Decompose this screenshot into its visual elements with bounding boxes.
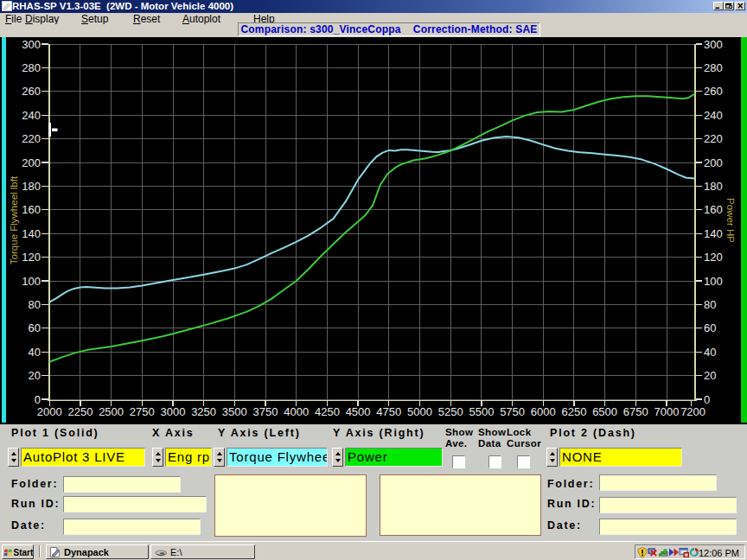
svg-text:160: 160 [22, 203, 41, 216]
svg-text:4750: 4750 [376, 405, 401, 418]
svg-text:5500: 5500 [469, 405, 494, 418]
svg-text:220: 220 [704, 132, 723, 145]
svg-text:280: 280 [704, 61, 723, 74]
svg-text:3250: 3250 [191, 405, 216, 418]
svg-text:20: 20 [704, 369, 716, 382]
svg-text:6750: 6750 [623, 405, 648, 418]
svg-text:200: 200 [22, 156, 41, 169]
svg-text:60: 60 [29, 321, 41, 334]
svg-text:5750: 5750 [500, 405, 525, 418]
svg-text:200: 200 [704, 156, 723, 169]
svg-text:100: 100 [704, 275, 723, 288]
svg-text:100: 100 [22, 275, 41, 288]
svg-text:240: 240 [704, 109, 723, 122]
svg-text:280: 280 [22, 61, 41, 74]
svg-text:220: 220 [22, 132, 41, 145]
svg-text:240: 240 [22, 109, 41, 122]
svg-text:0: 0 [35, 393, 41, 406]
svg-text:7000: 7000 [654, 405, 680, 418]
svg-text:2000: 2000 [37, 405, 62, 418]
svg-text:0: 0 [704, 393, 710, 406]
svg-text:20: 20 [29, 369, 41, 382]
svg-text:80: 80 [29, 298, 41, 311]
svg-text:180: 180 [704, 180, 723, 193]
svg-text:Power HP: Power HP [725, 198, 736, 243]
svg-text:3500: 3500 [222, 405, 247, 418]
svg-text:6250: 6250 [561, 405, 586, 418]
svg-text:2750: 2750 [130, 405, 155, 418]
svg-text:7200: 7200 [680, 405, 706, 418]
svg-text:Torque Flywheel lbft: Torque Flywheel lbft [9, 175, 19, 264]
svg-text:260: 260 [22, 85, 41, 98]
svg-text:60: 60 [704, 321, 716, 334]
svg-text:300: 300 [704, 38, 723, 51]
svg-text:140: 140 [704, 227, 723, 240]
svg-text:40: 40 [29, 346, 41, 359]
svg-text:140: 140 [22, 227, 41, 240]
svg-text:260: 260 [704, 85, 723, 98]
svg-text:4250: 4250 [315, 405, 340, 418]
svg-text:160: 160 [704, 203, 723, 216]
svg-text:120: 120 [704, 251, 723, 264]
svg-text:120: 120 [22, 251, 41, 264]
svg-text:5250: 5250 [438, 405, 463, 418]
svg-text:2500: 2500 [99, 405, 124, 418]
svg-text:2250: 2250 [67, 405, 93, 418]
svg-text:3750: 3750 [253, 405, 278, 418]
svg-text:300: 300 [22, 38, 41, 51]
svg-text:4500: 4500 [346, 405, 371, 418]
svg-text:40: 40 [704, 346, 716, 359]
svg-text:180: 180 [22, 180, 41, 193]
svg-text:80: 80 [704, 298, 716, 311]
svg-text:5000: 5000 [407, 405, 432, 418]
svg-text:6500: 6500 [592, 405, 617, 418]
svg-text:6000: 6000 [531, 405, 556, 418]
svg-text:4000: 4000 [284, 405, 309, 418]
svg-text:3000: 3000 [161, 405, 186, 418]
